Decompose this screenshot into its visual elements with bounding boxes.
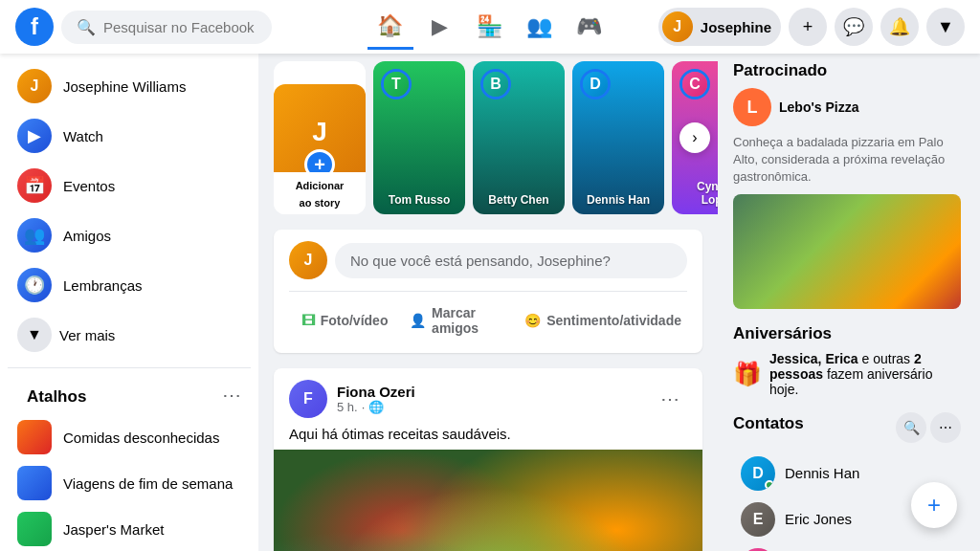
see-more-nav-button[interactable]: ▼ Ver mais bbox=[8, 310, 251, 360]
post-box: J No que você está pensando, Josephine? … bbox=[274, 230, 702, 353]
tag-friends-label: Marcar amigos bbox=[432, 305, 509, 336]
avatar: J bbox=[662, 11, 693, 42]
nav-center: 🏠 ▶ 🏪 👥 🎮 bbox=[334, 4, 645, 50]
menu-button[interactable]: ▼ bbox=[926, 8, 965, 46]
story-tom-avatar: T bbox=[381, 69, 412, 99]
shortcut-viagens[interactable]: Viagens de fim de semana bbox=[8, 460, 251, 506]
shortcut-jasper-icon bbox=[17, 512, 52, 546]
sidebar-divider bbox=[8, 367, 251, 368]
shortcut-comidas-icon bbox=[17, 420, 52, 454]
nav-groups-button[interactable]: 👥 bbox=[517, 4, 563, 50]
tag-friends-button[interactable]: 👤 Marcar amigos bbox=[404, 299, 515, 342]
post-input-row: J No que você está pensando, Josephine? bbox=[289, 241, 687, 279]
contact-eric-avatar: E bbox=[741, 502, 775, 537]
birthday-item: 🎁 Jessica, Erica e outras 2 pessoas faze… bbox=[733, 351, 961, 397]
story-dennis-avatar: D bbox=[580, 69, 611, 99]
shortcut-viagens-icon bbox=[17, 466, 52, 500]
main-layout: J Josephine Williams ▶ Watch 📅 Eventos 👥… bbox=[0, 0, 980, 551]
add-button[interactable]: + bbox=[789, 8, 827, 46]
story-tom-label: Tom Russo bbox=[373, 193, 465, 207]
profile-pill[interactable]: J Josephine bbox=[658, 8, 781, 46]
sidebar-item-watch[interactable]: ▶ Watch bbox=[8, 111, 251, 161]
sponsored-header: L Lebo's Pizza bbox=[733, 88, 961, 126]
post-dot: · bbox=[362, 400, 366, 414]
amigos-icon: 👥 bbox=[17, 218, 52, 253]
sidebar-amigos-label: Amigos bbox=[63, 228, 111, 244]
post-user-info: Fiona Ozeri 5 h. · 🌐 bbox=[337, 384, 415, 414]
shortcut-comidas-label: Comidas desconhecidas bbox=[63, 430, 219, 446]
fab-button[interactable]: + bbox=[911, 482, 957, 528]
stories-next-arrow[interactable]: › bbox=[679, 122, 710, 153]
contacts-search-button[interactable]: 🔍 bbox=[896, 412, 926, 443]
nav-watch-button[interactable]: ▶ bbox=[417, 4, 463, 50]
post-visibility-icon: 🌐 bbox=[368, 400, 384, 414]
lembrancas-icon: 🕐 bbox=[17, 268, 52, 302]
contact-cynthia[interactable]: C Cynthia Lopez bbox=[733, 542, 961, 551]
post-actions: 🎞 Foto/vídeo 👤 Marcar amigos 😊 Sentiment… bbox=[289, 291, 687, 342]
sponsored-logo: L bbox=[733, 88, 771, 126]
post-image bbox=[274, 450, 702, 551]
post-text: Aqui há ótimas receitas saudáveis. bbox=[274, 418, 702, 450]
search-bar[interactable]: 🔍 bbox=[61, 11, 272, 44]
shortcuts-more-icon[interactable]: ⋯ bbox=[222, 384, 241, 407]
feeling-icon: 😊 bbox=[524, 313, 541, 328]
sidebar-item-lembrancas[interactable]: 🕐 Lembranças bbox=[8, 260, 251, 310]
sidebar-item-profile[interactable]: J Josephine Williams bbox=[8, 61, 251, 111]
search-input[interactable] bbox=[103, 19, 256, 35]
notifications-button[interactable]: 🔔 bbox=[880, 8, 919, 46]
story-betty-label: Betty Chen bbox=[473, 193, 565, 207]
sponsored-section: Patrocinado L Lebo's Pizza Conheça a bad… bbox=[733, 61, 961, 309]
messenger-button[interactable]: 💬 bbox=[835, 8, 873, 46]
contact-cynthia-avatar: C bbox=[741, 548, 775, 551]
sidebar-profile-name: Josephine Williams bbox=[63, 78, 186, 95]
photo-video-label: Foto/vídeo bbox=[321, 313, 389, 328]
sponsored-name: Lebo's Pizza bbox=[779, 99, 858, 115]
feeling-activity-button[interactable]: 😊 Sentimento/atividade bbox=[519, 299, 687, 342]
story-add-card[interactable]: J + Adicionarao story bbox=[274, 61, 366, 214]
nav-left: f 🔍 bbox=[15, 8, 326, 46]
contacts-more-button[interactable]: ⋯ bbox=[930, 412, 961, 443]
contact-dennis-online bbox=[765, 480, 774, 490]
sidebar-item-amigos[interactable]: 👥 Amigos bbox=[8, 210, 251, 260]
profile-avatar-sidebar: J bbox=[17, 69, 52, 103]
story-cynthia-avatar: C bbox=[679, 69, 710, 99]
birthday-others: e outras bbox=[862, 351, 911, 366]
add-story-label: Adicionarao story bbox=[296, 180, 345, 209]
contact-dennis-avatar: D bbox=[741, 456, 775, 491]
sponsored-info: Lebo's Pizza bbox=[779, 99, 858, 115]
birthday-names: Jessica, Erica bbox=[769, 351, 858, 366]
photo-video-icon: 🎞 bbox=[301, 313, 315, 328]
post-meta: 5 h. · 🌐 bbox=[337, 400, 415, 414]
birthdays-section: Aniversários 🎁 Jessica, Erica e outras 2… bbox=[733, 324, 961, 397]
shortcuts-header: Atalhos ⋯ bbox=[8, 376, 251, 414]
sidebar-item-eventos[interactable]: 📅 Eventos bbox=[8, 161, 251, 210]
nav-marketplace-button[interactable]: 🏪 bbox=[467, 4, 513, 50]
story-dennis[interactable]: D Dennis Han bbox=[572, 61, 664, 214]
story-betty[interactable]: B Betty Chen bbox=[473, 61, 565, 214]
sponsored-image bbox=[733, 194, 961, 309]
photo-video-button[interactable]: 🎞 Foto/vídeo bbox=[289, 299, 400, 342]
birthday-text: Jessica, Erica e outras 2 pessoas fazem … bbox=[769, 351, 961, 397]
sidebar-left: J Josephine Williams ▶ Watch 📅 Eventos 👥… bbox=[0, 54, 258, 551]
shortcut-comidas[interactable]: Comidas desconhecidas bbox=[8, 414, 251, 460]
contact-dennis-name: Dennis Han bbox=[785, 465, 859, 481]
shortcuts-title: Atalhos bbox=[17, 380, 96, 410]
birthday-icon: 🎁 bbox=[733, 361, 762, 387]
story-tom[interactable]: T Tom Russo bbox=[373, 61, 465, 214]
facebook-logo[interactable]: f bbox=[15, 8, 54, 46]
nav-home-button[interactable]: 🏠 bbox=[368, 4, 413, 50]
shortcut-jasper[interactable]: Jasper's Market bbox=[8, 506, 251, 551]
contacts-title: Contatos bbox=[733, 414, 804, 433]
sidebar-eventos-label: Eventos bbox=[63, 178, 115, 194]
story-betty-avatar: B bbox=[480, 69, 511, 99]
contact-eric-name: Eric Jones bbox=[785, 511, 852, 527]
sidebar-watch-label: Watch bbox=[63, 128, 103, 144]
sidebar-right: Patrocinado L Lebo's Pizza Conheça a bad… bbox=[718, 54, 976, 551]
post-more-button[interactable]: ⋯ bbox=[653, 382, 687, 416]
birthdays-title: Aniversários bbox=[733, 324, 961, 343]
nav-gaming-button[interactable]: 🎮 bbox=[567, 4, 612, 50]
post-input[interactable]: No que você está pensando, Josephine? bbox=[335, 243, 687, 278]
post-header: F Fiona Ozeri 5 h. · 🌐 ⋯ bbox=[274, 368, 702, 418]
post-time: 5 h. bbox=[337, 400, 358, 414]
add-story-label-area: Adicionarao story bbox=[274, 172, 366, 214]
